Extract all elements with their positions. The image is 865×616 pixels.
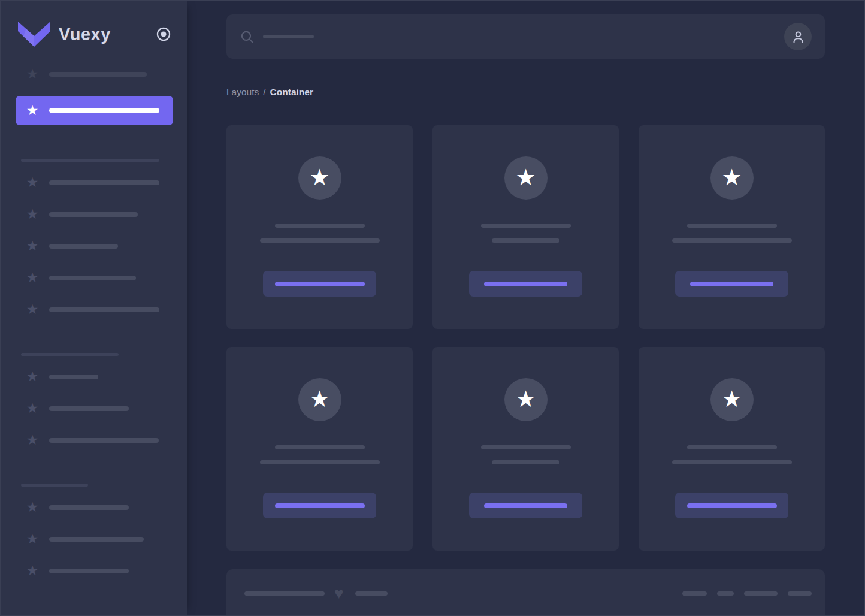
- sidebar: Vuexy ★★★★★★★★★★★★★: [1, 1, 187, 615]
- star-icon: ★: [721, 166, 742, 189]
- sidebar-item-skeleton[interactable]: ★: [1, 268, 187, 288]
- skeleton-text-line: [49, 307, 159, 312]
- card-avatar-circle: ★: [298, 156, 341, 200]
- footer-text-line: [355, 591, 388, 596]
- star-icon: ★: [24, 204, 41, 224]
- footer-links: [682, 591, 812, 596]
- section-divider-line: [21, 484, 88, 487]
- card-avatar-circle: ★: [504, 156, 548, 200]
- breadcrumb-parent[interactable]: Layouts: [226, 87, 259, 97]
- sidebar-section: ★★★★★: [1, 159, 187, 319]
- card-title-line: [687, 224, 777, 228]
- sidebar-nav: ★★★★★★★★★★★★★: [1, 64, 187, 593]
- skeleton-text-line: [49, 72, 147, 77]
- star-icon: ★: [24, 398, 41, 418]
- star-icon: ★: [721, 388, 742, 410]
- button-label-line: [690, 282, 773, 286]
- active-item-label-line: [49, 108, 159, 113]
- content-card: ★: [639, 125, 825, 329]
- card-avatar-circle: ★: [298, 378, 341, 421]
- breadcrumb-current: Container: [270, 87, 313, 97]
- sidebar-section-items: ★★★★★: [1, 173, 187, 319]
- card-subtitle-line: [672, 460, 792, 464]
- card-title-line: [275, 224, 365, 228]
- star-icon: ★: [309, 388, 329, 410]
- card-action-button[interactable]: [263, 493, 376, 518]
- skeleton-text-line: [49, 438, 159, 443]
- content-card: ★: [432, 347, 619, 551]
- button-label-line: [687, 503, 777, 508]
- skeleton-text-line: [49, 537, 144, 542]
- search-icon: [240, 29, 255, 44]
- skeleton-text-line: [49, 406, 129, 411]
- footer-text-line: [244, 591, 325, 596]
- footer-left: ♥: [244, 585, 388, 601]
- star-icon: ★: [24, 268, 41, 288]
- card-subtitle-line: [492, 460, 559, 464]
- sidebar-item-skeleton[interactable]: ★: [1, 561, 187, 581]
- sidebar-section: ★★★: [1, 484, 187, 581]
- sidebar-item-skeleton[interactable]: ★: [1, 430, 187, 450]
- button-label-line: [275, 503, 365, 508]
- footer-link-line[interactable]: [744, 591, 778, 596]
- content-card: ★: [226, 125, 413, 329]
- sidebar-item-skeleton[interactable]: ★: [1, 300, 187, 319]
- search-placeholder-line: [263, 35, 314, 38]
- star-icon: ★: [24, 173, 41, 192]
- card-action-button[interactable]: [469, 493, 582, 518]
- sidebar-header: Vuexy: [18, 20, 171, 48]
- star-icon: ★: [24, 64, 41, 84]
- skeleton-text-line: [49, 244, 118, 249]
- skeleton-text-line: [49, 212, 138, 217]
- star-icon: ★: [24, 529, 41, 549]
- sidebar-pin-toggle-icon[interactable]: [156, 26, 171, 42]
- star-icon: ★: [24, 101, 41, 120]
- sidebar-item-skeleton[interactable]: ★: [1, 236, 187, 256]
- footer-link-line[interactable]: [682, 591, 707, 596]
- skeleton-text-line: [49, 375, 98, 379]
- card-action-button[interactable]: [675, 271, 788, 297]
- card-action-button[interactable]: [675, 493, 788, 518]
- star-icon: ★: [515, 166, 536, 189]
- sidebar-item-skeleton[interactable]: ★: [1, 173, 187, 192]
- button-label-line: [484, 282, 567, 286]
- content-card: ★: [226, 347, 413, 551]
- breadcrumb: Layouts/Container: [226, 87, 313, 98]
- card-avatar-circle: ★: [504, 378, 548, 421]
- user-avatar[interactable]: [784, 23, 812, 50]
- sidebar-item-skeleton[interactable]: ★: [1, 64, 187, 84]
- button-label-line: [484, 503, 567, 508]
- sidebar-section-items: ★★★: [1, 497, 187, 581]
- star-icon: ★: [515, 388, 536, 410]
- sidebar-item-skeleton[interactable]: ★: [1, 398, 187, 418]
- search-bar[interactable]: [226, 14, 825, 59]
- footer-link-line[interactable]: [788, 591, 812, 596]
- sidebar-item-skeleton[interactable]: ★: [1, 367, 187, 386]
- main-content: Layouts/Container ★★★★★★ ♥: [187, 1, 864, 615]
- star-icon: ★: [24, 236, 41, 256]
- card-avatar-circle: ★: [710, 156, 754, 200]
- card-action-button[interactable]: [263, 271, 376, 297]
- star-icon: ★: [24, 561, 41, 581]
- user-icon: [790, 29, 806, 45]
- card-subtitle-line: [260, 460, 380, 464]
- sidebar-item-skeleton[interactable]: ★: [1, 497, 187, 517]
- logo-text: Vuexy: [59, 25, 111, 44]
- app-window: Vuexy ★★★★★★★★★★★★★: [0, 0, 865, 616]
- footer-link-line[interactable]: [717, 591, 734, 596]
- card-title-line: [481, 445, 571, 449]
- star-icon: ★: [309, 166, 329, 189]
- content-card: ★: [639, 347, 825, 551]
- card-title-line: [687, 445, 777, 449]
- sidebar-item-skeleton[interactable]: ★: [1, 529, 187, 549]
- sidebar-item-skeleton[interactable]: ★: [1, 204, 187, 224]
- sidebar-section: ★★★: [1, 353, 187, 450]
- sidebar-item-active[interactable]: ★: [16, 96, 173, 125]
- card-title-line: [275, 445, 365, 449]
- skeleton-text-line: [49, 276, 136, 280]
- star-icon: ★: [24, 367, 41, 386]
- card-subtitle-line: [260, 238, 380, 243]
- star-icon: ★: [24, 430, 41, 450]
- heart-icon: ♥: [334, 585, 343, 601]
- card-action-button[interactable]: [469, 271, 582, 297]
